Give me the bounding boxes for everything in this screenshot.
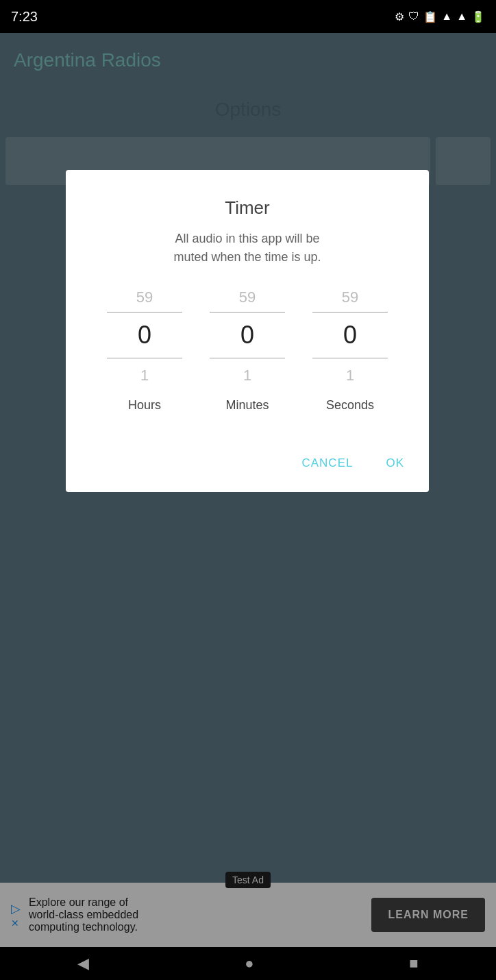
hours-column[interactable]: 59 0 1 Hours	[93, 289, 196, 413]
minutes-above: 59	[239, 289, 256, 306]
dialog-buttons: CANCEL OK	[82, 440, 412, 476]
battery-icon: 🔋	[471, 10, 485, 23]
clipboard-icon: 📋	[423, 10, 437, 23]
timer-dialog: Timer All audio in this app will bemuted…	[66, 170, 429, 492]
minutes-current: 0	[240, 321, 254, 350]
hours-below: 1	[140, 367, 149, 384]
minutes-column[interactable]: 59 0 1 Minutes	[196, 289, 299, 413]
minutes-divider-bottom	[210, 358, 285, 358]
hours-divider-bottom	[107, 358, 182, 358]
dialog-title: Timer	[82, 197, 412, 219]
seconds-current: 0	[343, 321, 357, 350]
seconds-divider-top	[312, 312, 388, 313]
hours-current: 0	[138, 321, 151, 350]
status-left: 7:23	[11, 9, 38, 25]
minutes-label: Minutes	[225, 398, 269, 413]
status-bar: 7:23 ⚙ 🛡 📋 ▲ ▲ 🔋	[0, 0, 496, 33]
hours-label: Hours	[128, 398, 161, 413]
status-right: ⚙ 🛡 📋 ▲ ▲ 🔋	[395, 10, 485, 23]
minutes-below: 1	[243, 367, 251, 384]
seconds-divider-bottom	[312, 358, 388, 358]
signal-icon: ▲	[456, 10, 467, 23]
hours-divider-top	[107, 312, 182, 313]
ok-button[interactable]: OK	[377, 451, 412, 476]
seconds-below: 1	[346, 367, 354, 384]
minutes-divider-top	[210, 312, 285, 313]
dialog-subtitle: All audio in this app will bemuted when …	[82, 230, 412, 267]
time-picker[interactable]: 59 0 1 Hours 59 0 1 Minutes 59 0	[82, 289, 412, 413]
seconds-above: 59	[342, 289, 358, 306]
hours-above: 59	[136, 289, 153, 306]
cancel-button[interactable]: CANCEL	[293, 451, 361, 476]
settings-icon: ⚙	[395, 10, 404, 23]
app-background: Argentina Radios Options Timer All audio…	[0, 33, 496, 980]
status-time: 7:23	[11, 9, 38, 25]
wifi-icon: ▲	[441, 10, 452, 23]
shield-icon: 🛡	[408, 10, 419, 23]
seconds-label: Seconds	[326, 398, 374, 413]
seconds-column[interactable]: 59 0 1 Seconds	[299, 289, 401, 413]
